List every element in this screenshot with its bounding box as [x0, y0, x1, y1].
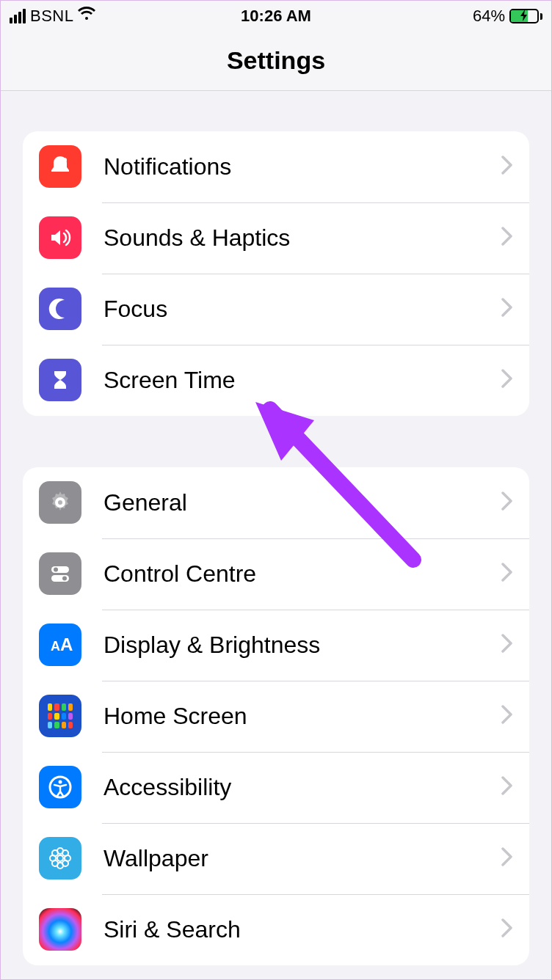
row-notifications[interactable]: Notifications — [23, 131, 529, 202]
svg-text:A: A — [51, 639, 60, 654]
page-title: Settings — [227, 46, 325, 75]
wifi-icon — [78, 7, 95, 26]
battery-icon — [509, 9, 542, 23]
row-label: Control Centre — [104, 560, 501, 588]
row-label: Focus — [104, 296, 501, 323]
row-label: General — [104, 489, 501, 516]
status-time: 10:26 AM — [241, 7, 311, 26]
row-siri[interactable]: Siri & Search — [23, 894, 529, 965]
chevron-right-icon — [501, 156, 513, 178]
carrier-label: BSNL — [30, 7, 73, 26]
svg-point-4 — [62, 577, 67, 581]
row-display[interactable]: AA Display & Brightness — [23, 610, 529, 681]
row-label: Notifications — [104, 153, 501, 180]
bell-icon — [39, 145, 81, 188]
settings-content[interactable]: Notifications Sounds & Haptics Focus Scr… — [1, 91, 551, 979]
signal-icon — [10, 9, 26, 23]
row-accessibility[interactable]: Accessibility — [23, 752, 529, 823]
chevron-right-icon — [501, 634, 513, 656]
svg-point-0 — [62, 158, 67, 162]
status-bar: BSNL 10:26 AM 64% — [1, 1, 551, 32]
row-label: Sounds & Haptics — [104, 224, 501, 252]
svg-point-15 — [62, 850, 68, 856]
siri-icon — [39, 908, 81, 951]
chevron-right-icon — [501, 847, 513, 869]
hourglass-icon — [39, 359, 81, 401]
settings-group-2: General Control Centre AA Display & Brig… — [23, 467, 529, 965]
person-circle-icon — [39, 766, 81, 808]
svg-point-14 — [52, 850, 58, 856]
row-homescreen[interactable]: Home Screen — [23, 681, 529, 752]
speaker-icon — [39, 216, 81, 259]
chevron-right-icon — [501, 369, 513, 391]
chevron-right-icon — [501, 227, 513, 249]
row-label: Accessibility — [104, 774, 501, 801]
aa-icon: AA — [39, 624, 81, 666]
row-wallpaper[interactable]: Wallpaper — [23, 823, 529, 894]
status-right: 64% — [473, 7, 542, 26]
row-controlcentre[interactable]: Control Centre — [23, 538, 529, 610]
svg-point-9 — [57, 855, 63, 861]
chevron-right-icon — [501, 491, 513, 513]
battery-percent: 64% — [473, 7, 505, 26]
moon-icon — [39, 288, 81, 330]
gear-icon — [39, 481, 81, 524]
chevron-right-icon — [501, 563, 513, 585]
row-screentime[interactable]: Screen Time — [23, 345, 529, 416]
row-label: Display & Brightness — [104, 632, 501, 659]
row-label: Screen Time — [104, 367, 501, 394]
svg-point-16 — [52, 860, 58, 866]
chevron-right-icon — [501, 918, 513, 940]
chevron-right-icon — [501, 705, 513, 727]
svg-text:A: A — [60, 635, 73, 654]
nav-bar: Settings — [1, 32, 551, 91]
row-label: Home Screen — [104, 703, 501, 730]
flower-icon — [39, 837, 81, 880]
row-sounds[interactable]: Sounds & Haptics — [23, 202, 529, 274]
toggles-icon — [39, 552, 81, 595]
chevron-right-icon — [501, 298, 513, 320]
grid-icon — [39, 695, 81, 737]
row-label: Siri & Search — [104, 916, 501, 943]
svg-point-8 — [59, 780, 62, 784]
row-label: Wallpaper — [104, 845, 501, 872]
row-general[interactable]: General — [23, 467, 529, 538]
status-left: BSNL — [10, 7, 95, 26]
row-focus[interactable]: Focus — [23, 274, 529, 345]
svg-point-2 — [54, 568, 58, 572]
svg-point-17 — [62, 860, 68, 866]
chevron-right-icon — [501, 776, 513, 798]
settings-group-1: Notifications Sounds & Haptics Focus Scr… — [23, 131, 529, 416]
